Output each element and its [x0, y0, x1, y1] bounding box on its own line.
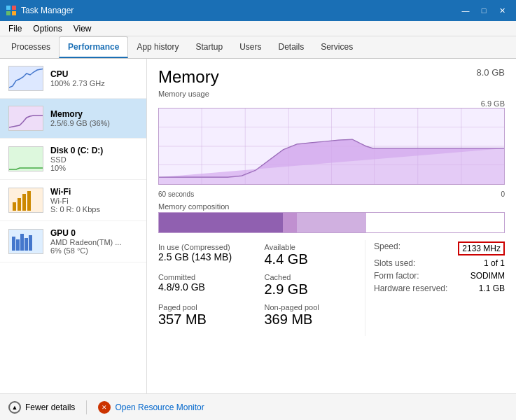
stat-in-use-label: In use (Compressed)	[158, 243, 251, 251]
cpu-info: CPU 100% 2.73 GHz	[50, 69, 138, 88]
composition-label: Memory composition	[158, 202, 505, 211]
minimize-button[interactable]: —	[457, 4, 474, 18]
svg-rect-15	[20, 234, 24, 251]
window-title: Task Manager	[21, 6, 74, 15]
disk-title: Disk 0 (C: D:)	[50, 146, 138, 155]
spec-speed-value: 2133 MHz	[458, 241, 505, 255]
comp-in-use	[159, 213, 283, 232]
wifi-thumbnail	[8, 188, 43, 213]
stat-available-value: 4.4 GB	[265, 251, 357, 267]
svg-rect-9	[18, 198, 21, 211]
title-bar: Task Manager — □ ✕	[0, 0, 516, 21]
stat-cached-label: Cached	[265, 273, 357, 281]
chart-time-right: 0	[501, 190, 505, 198]
svg-rect-10	[22, 194, 26, 211]
maximize-button[interactable]: □	[475, 4, 492, 18]
stat-cached: Cached 2.9 GB	[265, 270, 365, 300]
spec-form-value: SODIMM	[470, 271, 505, 281]
wifi-speed: S: 0 R: 0 Kbps	[50, 205, 138, 214]
spec-hw-value: 1.1 GB	[479, 284, 505, 293]
svg-rect-16	[25, 238, 28, 251]
stat-committed-value: 4.8/9.0 GB	[158, 281, 251, 293]
close-button[interactable]: ✕	[494, 4, 510, 18]
cpu-usage: 100% 2.73 GHz	[50, 79, 138, 88]
spec-slots-value: 1 of 1	[484, 258, 505, 268]
tab-services[interactable]: Services	[312, 36, 361, 58]
gpu-title: GPU 0	[50, 228, 138, 238]
cpu-title: CPU	[50, 69, 138, 79]
page-title: Memory	[158, 67, 219, 87]
sidebar: CPU 100% 2.73 GHz Memory 2.5/6.9 GB (36%…	[0, 59, 147, 393]
main-panel: Memory 8.0 GB Memory usage 6.9 GB	[147, 59, 516, 393]
spec-slots-row: Slots used: 1 of 1	[374, 257, 505, 270]
svg-rect-2	[6, 11, 11, 15]
menu-bar: File Options View	[0, 21, 516, 36]
stat-in-use-value: 2.5 GB (143 MB)	[158, 251, 251, 262]
sidebar-item-gpu[interactable]: GPU 0 AMD Radeon(TM) ... 6% (58 °C)	[0, 221, 146, 262]
svg-rect-17	[29, 235, 32, 251]
wifi-info: Wi-Fi Wi-Fi S: 0 R: 0 Kbps	[50, 187, 138, 214]
menu-file[interactable]: File	[3, 22, 27, 35]
gpu-thumbnail	[8, 229, 43, 254]
app-icon	[6, 5, 17, 16]
footer: ▲ Fewer details ✕ Open Resource Monitor	[0, 393, 516, 420]
content-area: CPU 100% 2.73 GHz Memory 2.5/6.9 GB (36%…	[0, 59, 516, 393]
composition-bar	[158, 212, 505, 233]
chart-max-label: 6.9 GB	[481, 99, 505, 108]
spec-speed-row: Speed: 2133 MHz	[374, 240, 505, 257]
svg-rect-14	[16, 239, 20, 251]
spec-hw-label: Hardware reserved:	[374, 284, 447, 293]
chart-time-labels: 60 seconds 0	[158, 190, 505, 198]
tab-app-history[interactable]: App history	[128, 36, 187, 58]
tab-bar: Processes Performance App history Startu…	[0, 36, 516, 59]
menu-view[interactable]: View	[68, 22, 97, 35]
tab-users[interactable]: Users	[231, 36, 270, 58]
footer-divider	[86, 400, 87, 414]
gpu-info: GPU 0 AMD Radeon(TM) ... 6% (58 °C)	[50, 228, 138, 255]
svg-rect-13	[12, 237, 15, 251]
sidebar-item-cpu[interactable]: CPU 100% 2.73 GHz	[0, 59, 146, 99]
specs-panel: Speed: 2133 MHz Slots used: 1 of 1 Form …	[365, 240, 505, 336]
fewer-details-button[interactable]: ▲ Fewer details	[8, 401, 75, 414]
sidebar-item-disk[interactable]: Disk 0 (C: D:) SSD 10%	[0, 139, 146, 180]
stat-nonpaged: Non-paged pool 369 MB	[265, 300, 365, 330]
fewer-details-label: Fewer details	[25, 402, 75, 412]
disk-usage: 10%	[50, 164, 138, 172]
memory-total: 8.0 GB	[477, 67, 505, 78]
stat-paged: Paged pool 357 MB	[158, 300, 259, 330]
stat-committed: Committed 4.8/9.0 GB	[158, 270, 259, 300]
chart-time-left: 60 seconds	[158, 190, 194, 198]
chevron-up-icon: ▲	[8, 401, 21, 414]
sidebar-item-memory[interactable]: Memory 2.5/6.9 GB (36%)	[0, 99, 146, 139]
svg-rect-1	[12, 6, 16, 10]
memory-title: Memory	[50, 109, 138, 119]
comp-free	[366, 213, 504, 232]
svg-rect-3	[12, 11, 16, 15]
stat-in-use: In use (Compressed) 2.5 GB (143 MB)	[158, 240, 259, 270]
comp-modified	[283, 213, 297, 232]
spec-speed-label: Speed:	[374, 241, 400, 255]
stat-paged-label: Paged pool	[158, 303, 251, 312]
stat-nonpaged-label: Non-paged pool	[265, 303, 357, 312]
gpu-name: AMD Radeon(TM) ...	[50, 238, 138, 246]
open-resource-monitor-link[interactable]: Open Resource Monitor	[115, 402, 204, 412]
spec-form-row: Form factor: SODIMM	[374, 270, 505, 282]
disk-info: Disk 0 (C: D:) SSD 10%	[50, 146, 138, 172]
menu-options[interactable]: Options	[27, 22, 67, 35]
spec-slots-label: Slots used:	[374, 258, 415, 268]
composition-section: Memory composition	[158, 202, 505, 233]
tab-performance[interactable]: Performance	[59, 36, 128, 58]
stats-container: In use (Compressed) 2.5 GB (143 MB) Avai…	[158, 240, 505, 336]
tab-processes[interactable]: Processes	[3, 36, 59, 58]
memory-info: Memory 2.5/6.9 GB (36%)	[50, 109, 138, 127]
disk-type: SSD	[50, 155, 138, 164]
open-resource-monitor-button[interactable]: ✕ Open Resource Monitor	[98, 401, 204, 414]
stat-nonpaged-value: 369 MB	[265, 312, 357, 328]
tab-startup[interactable]: Startup	[187, 36, 231, 58]
sidebar-item-wifi[interactable]: Wi-Fi Wi-Fi S: 0 R: 0 Kbps	[0, 180, 146, 221]
spec-form-label: Form factor:	[374, 271, 419, 281]
spec-hw-row: Hardware reserved: 1.1 GB	[374, 282, 505, 295]
tab-details[interactable]: Details	[270, 36, 312, 58]
window-controls: — □ ✕	[457, 4, 510, 18]
gpu-usage: 6% (58 °C)	[50, 246, 138, 255]
